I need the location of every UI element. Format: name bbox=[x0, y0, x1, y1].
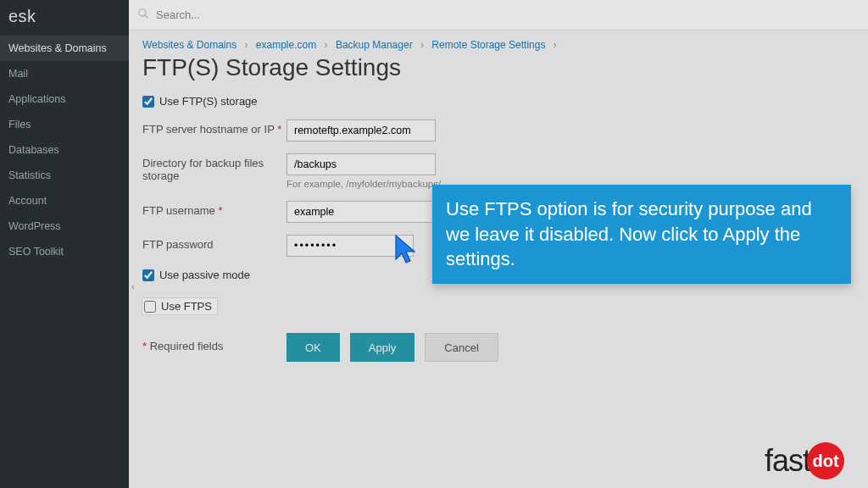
sidebar-item-websites-domains[interactable]: Websites & Domains bbox=[0, 36, 129, 61]
sidebar-item-wordpress[interactable]: WordPress bbox=[0, 214, 129, 239]
fastdot-logo: fast dot bbox=[765, 442, 844, 480]
logo-word: fast bbox=[765, 443, 810, 479]
svg-line-1 bbox=[145, 15, 148, 19]
hostname-input[interactable] bbox=[287, 119, 436, 141]
use-ftps-label: Use FTPS bbox=[161, 300, 212, 313]
breadcrumb-domain[interactable]: example.com bbox=[256, 39, 316, 51]
password-label: FTP password bbox=[142, 235, 287, 251]
search-bar[interactable]: Search... bbox=[129, 0, 868, 30]
sidebar-item-account[interactable]: Account bbox=[0, 188, 129, 214]
directory-input[interactable] bbox=[287, 153, 436, 175]
breadcrumb: Websites & Domains › example.com › Backu… bbox=[129, 30, 868, 54]
required-note: * Required fields bbox=[142, 340, 287, 352]
directory-label: Directory for backup files storage bbox=[142, 153, 287, 182]
sidebar-item-statistics[interactable]: Statistics bbox=[0, 163, 129, 188]
username-input[interactable] bbox=[287, 201, 436, 223]
passive-mode-label: Use passive mode bbox=[159, 269, 250, 281]
breadcrumb-backup-manager[interactable]: Backup Manager bbox=[336, 39, 413, 51]
username-label: FTP username * bbox=[142, 201, 287, 217]
sidebar-item-databases[interactable]: Databases bbox=[0, 137, 129, 163]
breadcrumb-websites-domains[interactable]: Websites & Domains bbox=[142, 39, 236, 51]
cursor-icon bbox=[394, 234, 420, 269]
svg-point-0 bbox=[139, 9, 146, 16]
svg-marker-2 bbox=[396, 236, 415, 263]
use-ftps-storage-checkbox[interactable] bbox=[142, 96, 154, 108]
passive-mode-checkbox[interactable] bbox=[142, 269, 154, 281]
sidebar-item-files[interactable]: Files bbox=[0, 112, 129, 137]
use-ftps-checkbox[interactable] bbox=[144, 301, 156, 313]
search-placeholder: Search... bbox=[156, 8, 200, 21]
cancel-button[interactable]: Cancel bbox=[425, 333, 498, 362]
instruction-tooltip: Use FTPS option is for security purpose … bbox=[432, 185, 851, 284]
directory-hint: For example, /myfolder/mybackups/ bbox=[287, 179, 441, 189]
sidebar-item-seo-toolkit[interactable]: SEO Toolkit bbox=[0, 239, 129, 264]
sidebar-item-mail[interactable]: Mail bbox=[0, 61, 129, 86]
use-ftps-storage-label: Use FTP(S) storage bbox=[159, 95, 258, 108]
logo-dot: dot bbox=[807, 442, 844, 480]
sidebar: esk Websites & Domains Mail Applications… bbox=[0, 0, 129, 488]
sidebar-collapse-handle[interactable]: ‹ bbox=[129, 278, 137, 295]
apply-button[interactable]: Apply bbox=[350, 333, 415, 362]
ok-button[interactable]: OK bbox=[287, 333, 340, 362]
sidebar-item-applications[interactable]: Applications bbox=[0, 86, 129, 112]
breadcrumb-remote-storage[interactable]: Remote Storage Settings bbox=[431, 39, 545, 51]
page-title: FTP(S) Storage Settings bbox=[129, 54, 868, 90]
brand-title: esk bbox=[0, 0, 129, 36]
search-icon bbox=[137, 8, 149, 22]
hostname-label: FTP server hostname or IP * bbox=[142, 119, 287, 136]
